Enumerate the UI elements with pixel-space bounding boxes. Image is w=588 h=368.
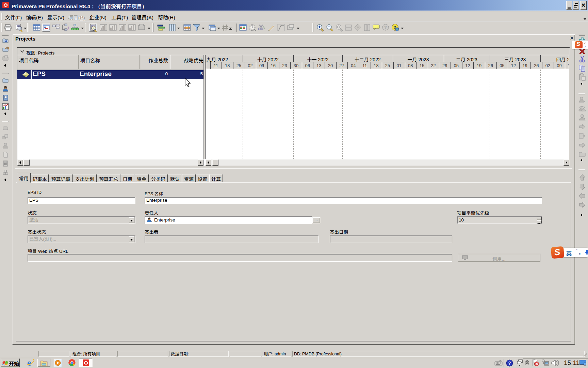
svg-text:?: ?: [508, 361, 511, 366]
svg-text:?: ?: [384, 25, 387, 30]
svg-text:A: A: [93, 27, 95, 30]
svg-text:e: e: [27, 358, 31, 367]
